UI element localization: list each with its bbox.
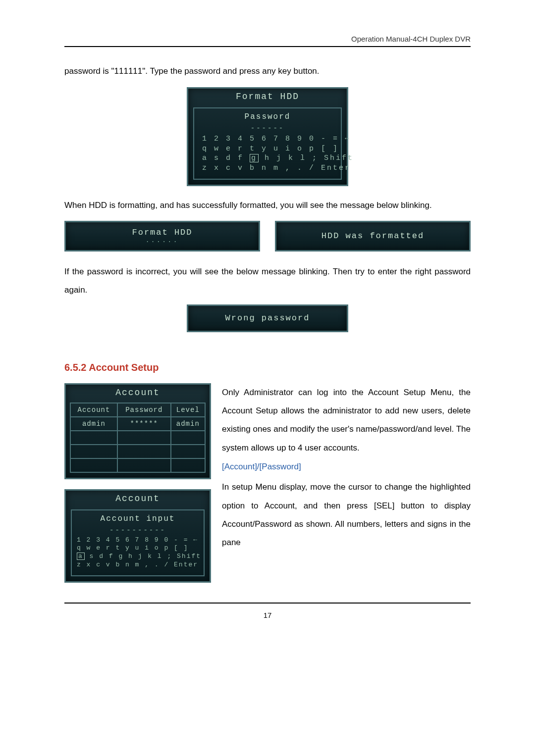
footer-rule xyxy=(64,603,471,604)
dvr-panel-formatted: HDD was formatted xyxy=(275,221,471,252)
table-row[interactable] xyxy=(70,445,205,458)
cell-password: ****** xyxy=(117,417,171,431)
osk-row-2[interactable]: q w e r t y u i o p [ ] xyxy=(76,544,200,553)
account-figures: Account Account Password Level admin ***… xyxy=(64,383,208,583)
osk-cursor-key[interactable]: g xyxy=(250,154,259,162)
osk-row-1[interactable]: 1 2 3 4 5 6 7 8 9 0 - = ← xyxy=(199,134,336,144)
panel-inner: Password ------ 1 2 3 4 5 6 7 8 9 0 - = … xyxy=(193,107,342,180)
dvr-panel-account-input: Account Account input ---------- 1 2 3 4… xyxy=(64,489,211,583)
progress-dots: ...... xyxy=(146,237,179,244)
table-row[interactable] xyxy=(70,431,205,445)
password-field-dashes: ------ xyxy=(199,124,336,132)
osk-cursor-key[interactable]: a xyxy=(77,553,85,560)
section-heading: 6.5.2 Account Setup xyxy=(64,362,471,373)
cell-level: admin xyxy=(171,417,205,431)
osk-keys[interactable]: a s d f xyxy=(202,154,250,162)
doc-header: Operation Manual-4CH Duplex DVR xyxy=(64,35,471,43)
dvr-panel-formatting: Format HDD ...... xyxy=(64,221,260,252)
input-field-dashes: ---------- xyxy=(76,526,200,534)
page: Operation Manual-4CH Duplex DVR password… xyxy=(0,0,535,639)
panel-title: Format HDD xyxy=(188,89,347,104)
paragraph: password is "111111". Type the password … xyxy=(64,62,471,80)
panel-sub: Password xyxy=(199,112,336,121)
subheading: [Account]/[Password] xyxy=(222,462,471,472)
paragraph: Only Administrator can log into the Acco… xyxy=(222,383,471,457)
figure-wrong-password: Wrong password xyxy=(64,304,471,332)
panel-sub: Account input xyxy=(76,514,200,523)
figure-format-hdd: Format HDD Password ------ 1 2 3 4 5 6 7… xyxy=(64,87,471,186)
osk-row-4[interactable]: z x c v b n m , . / Enter xyxy=(199,163,336,173)
table-header-row: Account Password Level xyxy=(70,403,205,417)
paragraph: If the password is incorrect, you will s… xyxy=(64,262,471,300)
osk-row-2[interactable]: q w e r t y u i o p [ ] xyxy=(199,144,336,154)
paragraph: When HDD is formatting, and has successf… xyxy=(64,196,471,214)
osk-row-3[interactable]: a s d f g h j k l ; Shift xyxy=(76,553,200,561)
page-number: 17 xyxy=(64,611,471,619)
dvr-panel-format-hdd: Format HDD Password ------ 1 2 3 4 5 6 7… xyxy=(187,87,348,186)
osk-row-3[interactable]: a s d f g h j k l ; Shift xyxy=(199,153,336,163)
table-row[interactable] xyxy=(70,458,205,472)
figure-format-results: Format HDD ...... HDD was formatted xyxy=(64,221,471,252)
osk-keys[interactable]: h j k l ; Shift xyxy=(259,154,354,162)
panel-inner: Account Password Level admin ****** admi… xyxy=(70,403,206,473)
panel-title: Account xyxy=(66,491,210,506)
osk-row-1[interactable]: 1 2 3 4 5 6 7 8 9 0 - = ← xyxy=(76,536,200,545)
panel-title: HDD was formatted xyxy=(321,231,424,241)
header-rule xyxy=(64,46,471,47)
panel-title: Account xyxy=(66,385,210,401)
account-table: Account Password Level admin ****** admi… xyxy=(70,403,206,473)
paragraph: In setup Menu display, move the cursor t… xyxy=(222,478,471,552)
table-row[interactable]: admin ****** admin xyxy=(70,417,205,431)
osk-row-4[interactable]: z x c v b n m , . / Enter xyxy=(76,561,200,569)
col-account: Account xyxy=(70,403,117,417)
col-password: Password xyxy=(117,403,171,417)
account-text: Only Administrator can log into the Acco… xyxy=(222,383,471,557)
dvr-panel-wrong-password: Wrong password xyxy=(187,304,348,332)
col-level: Level xyxy=(171,403,205,417)
panel-inner: Account input ---------- 1 2 3 4 5 6 7 8… xyxy=(71,509,205,577)
panel-title: Wrong password xyxy=(225,313,310,323)
account-section: Account Account Password Level admin ***… xyxy=(64,383,471,583)
panel-title: Format HDD xyxy=(132,228,192,237)
osk-keys[interactable]: s d f g h j k l ; Shift xyxy=(85,553,201,560)
cell-account: admin xyxy=(70,417,117,431)
dvr-panel-account-list: Account Account Password Level admin ***… xyxy=(64,383,211,479)
